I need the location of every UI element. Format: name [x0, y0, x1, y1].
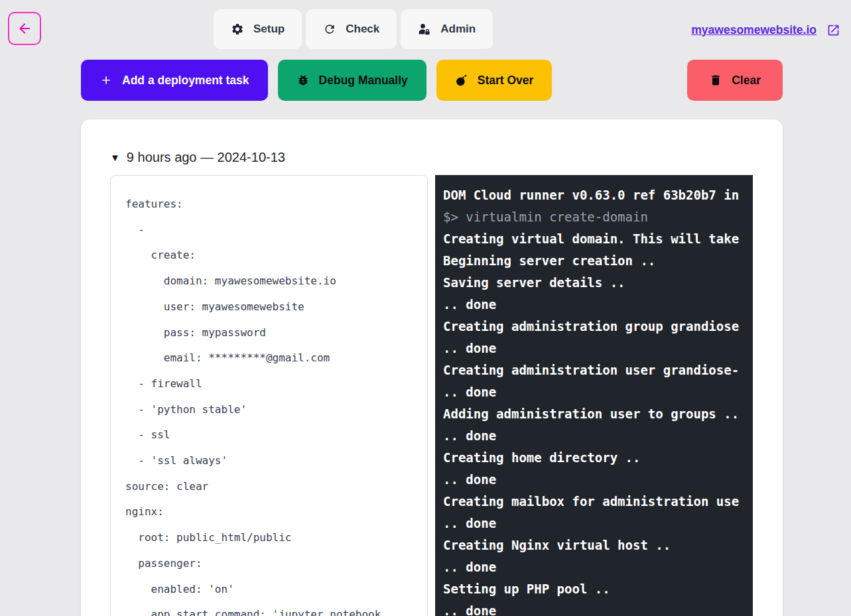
add-deployment-task-label: Add a deployment task	[122, 74, 249, 88]
yaml-line: - 'ssl always'	[125, 448, 421, 474]
plus-icon	[99, 74, 113, 87]
terminal-line: DOM Cloud runner v0.63.0 ref 63b20b7 in	[443, 184, 753, 206]
trash-icon	[709, 74, 722, 87]
site-link[interactable]: myawesomewebsite.io	[691, 23, 817, 37]
debug-manually-button[interactable]: Debug Manually	[278, 60, 426, 101]
terminal-line: Beginning server creation ..	[443, 250, 753, 272]
terminal-line: .. done	[443, 338, 753, 359]
terminal-line: Adding administration user to groups ..	[443, 403, 753, 425]
page: { "page": { "background": "#e9e8ea" }, "…	[0, 0, 851, 616]
yaml-line: domain: myawesomewebsite.io	[125, 269, 421, 294]
back-button[interactable]	[8, 12, 41, 45]
yaml-line: app_start_command: 'jupyter notebook	[125, 602, 421, 616]
terminal-line: Creating virtual domain. This will take	[443, 228, 753, 250]
terminal-line: Setting up PHP pool ..	[443, 578, 753, 600]
yaml-config-panel: features: - create: domain: myawesomeweb…	[110, 175, 428, 616]
bomb-icon	[455, 74, 468, 87]
terminal-line: .. done	[443, 469, 753, 491]
gear-icon	[231, 23, 244, 36]
terminal-line: .. done	[443, 513, 753, 534]
setup-button[interactable]: Setup	[214, 9, 302, 49]
log-entry-header[interactable]: ▼ 9 hours ago — 2024-10-13	[110, 150, 753, 165]
external-link-icon[interactable]	[826, 23, 840, 37]
refresh-icon	[323, 23, 336, 36]
admin-button-label: Admin	[440, 23, 476, 36]
terminal-line: Creating administration user grandiose-	[443, 359, 753, 381]
yaml-line: source: clear	[125, 474, 421, 500]
terminal-line: Creating Nginx virtual host ..	[443, 534, 753, 556]
terminal-line: .. done	[443, 425, 753, 447]
yaml-line: - firewall	[125, 371, 421, 397]
yaml-line: enabled: 'on'	[125, 577, 421, 603]
terminal-line: .. done	[443, 556, 753, 578]
user-lock-icon	[418, 23, 431, 36]
yaml-line: features:	[125, 192, 421, 217]
terminal-line: .. done	[443, 600, 753, 616]
yaml-line: passenger:	[125, 551, 421, 577]
log-entry-title: 9 hours ago — 2024-10-13	[127, 150, 285, 165]
deployment-log-card: ▼ 9 hours ago — 2024-10-13 features: - c…	[81, 119, 783, 616]
yaml-line: root: public_html/public	[125, 525, 421, 551]
arrow-left-icon	[17, 21, 33, 36]
start-over-label: Start Over	[478, 74, 534, 88]
debug-manually-label: Debug Manually	[319, 74, 408, 88]
action-bar: Add a deployment task Debug Manually Sta…	[0, 60, 851, 101]
terminal-line: .. done	[443, 294, 753, 316]
bug-icon	[296, 74, 310, 87]
terminal-line: .. done	[443, 381, 753, 403]
setup-button-label: Setup	[253, 23, 285, 36]
yaml-line: - ssl	[125, 422, 421, 448]
site-link-area: myawesomewebsite.io	[691, 0, 840, 60]
check-button-label: Check	[346, 23, 379, 36]
terminal-output-panel[interactable]: DOM Cloud runner v0.63.0 ref 63b20b7 in$…	[435, 175, 753, 616]
terminal-line: Creating administration group grandiose	[443, 316, 753, 338]
yaml-line: email: *********@gmail.com	[125, 345, 421, 371]
nav-button-group: Setup Check Admin	[214, 9, 493, 49]
yaml-line: pass: mypassword	[125, 320, 421, 346]
terminal-line: Creating home directory ..	[443, 447, 753, 469]
check-button[interactable]: Check	[306, 9, 397, 49]
log-entry-body: features: - create: domain: myawesomeweb…	[110, 175, 753, 616]
topbar: Setup Check Admin myawesomewebsite.io	[0, 0, 851, 60]
yaml-line: - 'python stable'	[125, 397, 421, 423]
collapse-toggle-icon: ▼	[110, 152, 120, 163]
terminal-line: Saving server details ..	[443, 272, 753, 294]
clear-button-label: Clear	[732, 74, 761, 88]
admin-button[interactable]: Admin	[401, 9, 493, 49]
yaml-line: create:	[125, 243, 421, 269]
start-over-button[interactable]: Start Over	[436, 60, 553, 101]
add-deployment-task-button[interactable]: Add a deployment task	[81, 60, 268, 101]
terminal-line: $> virtualmin create-domain	[443, 206, 753, 228]
yaml-line: nginx:	[125, 499, 421, 525]
clear-button[interactable]: Clear	[687, 60, 783, 101]
yaml-line: user: myawesomewebsite	[125, 294, 421, 320]
terminal-line: Creating mailbox for administration use	[443, 491, 753, 513]
yaml-line: -	[125, 217, 421, 243]
